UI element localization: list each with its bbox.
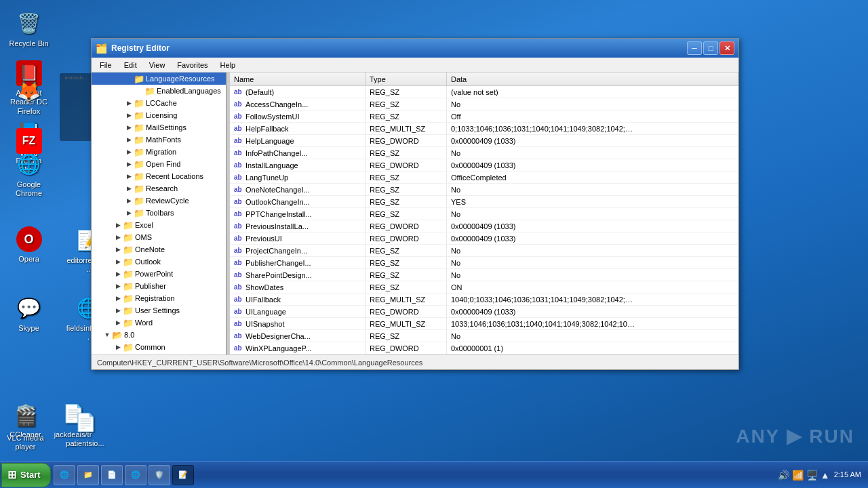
desktop-icon-opera[interactable]: O Opera [3,224,54,266]
table-row[interactable]: ab LangTuneUp REG_SZ OfficeCompleted [230,171,738,184]
tree-node-onenote2[interactable]: ▶ 📁 OneNote [92,353,226,354]
table-row[interactable]: ab OutlookChangeIn... REG_SZ YES [230,196,738,208]
tree-expand-publisher[interactable]: ▶ [113,281,123,291]
tree-node-registration[interactable]: ▶ 📁 Registration [92,292,226,304]
tray-arrow-icon[interactable]: ▲ [821,470,830,481]
tree-node-recentloc[interactable]: ▶ 📁 Recent Locations [92,170,226,182]
table-row[interactable]: ab HelpLanguage REG_DWORD 0x00000409 (10… [230,135,738,147]
tree-node-oms[interactable]: ▶ 📁 OMS [92,231,226,243]
table-row[interactable]: ab UILanguage REG_DWORD 0x00000409 (1033… [230,306,738,318]
desktop-icon-patients[interactable]: 📄 patientsio... [63,407,107,451]
start-button[interactable]: ⊞ Start [1,463,51,487]
tree-node-mathfonts[interactable]: ▶ 📁 MathFonts [92,134,226,146]
tree-expand-excel[interactable]: ▶ [113,220,123,230]
col-header-data[interactable]: Data [447,73,738,85]
taskbar-ie[interactable]: 🌐 [54,465,75,485]
desktop-icon-firefox[interactable]: 🦊 Firefox [3,75,54,119]
table-row[interactable]: ab UIFallback REG_MULTI_SZ 1040;0;1033;1… [230,293,738,306]
tree-expand-migration[interactable]: ▶ [124,147,134,157]
taskbar-app1[interactable]: 📄 [101,465,123,485]
tree-expand-outlook[interactable]: ▶ [113,257,123,266]
taskbar-chrome[interactable]: 🌐 [125,465,146,485]
table-row[interactable]: ab InfoPathChangeI... REG_SZ No [230,147,738,159]
maximize-button[interactable]: □ [703,41,718,55]
tree-expand-common[interactable]: ▶ [113,342,123,352]
tray-display-icon[interactable]: 🖥️ [806,470,818,481]
col-header-type[interactable]: Type [366,73,447,85]
tree-node-excel[interactable]: ▶ 📁 Excel [92,219,226,231]
tree-node-common[interactable]: ▶ 📁 Common [92,341,226,353]
table-rows[interactable]: ab (Default) REG_SZ (value not set) ab A… [230,86,738,354]
table-row[interactable]: ab HelpFallback REG_MULTI_SZ 0;1033;1046… [230,123,738,135]
close-button[interactable]: ✕ [719,41,734,55]
table-row[interactable]: ab FollowSystemUI REG_SZ Off [230,110,738,123]
tree-expand-lang-resources[interactable] [124,74,134,83]
tray-volume-icon[interactable]: 📶 [792,470,804,481]
tree-expand-mathfonts[interactable]: ▶ [124,135,134,144]
tree-node-lang-resources[interactable]: 📁 LanguageResources [92,73,226,85]
taskbar-security[interactable]: 🛡️ [149,465,170,485]
table-row[interactable]: ab PPTChangeInstall... REG_SZ No [230,208,738,220]
tree-node-enabled-langs[interactable]: 📁 EnabledLanguages [92,85,226,97]
tree-node-reviewcycle[interactable]: ▶ 📁 ReviewCycle [92,195,226,207]
registry-tree-panel[interactable]: 📁 LanguageResources 📁 EnabledLanguages ▶… [92,73,227,354]
tree-expand-word[interactable]: ▶ [113,318,123,327]
tree-node-lccache[interactable]: ▶ 📁 LCCache [92,97,226,109]
table-row[interactable]: ab (Default) REG_SZ (value not set) [230,86,738,98]
tree-node-migration[interactable]: ▶ 📁 Migration [92,146,226,158]
table-row[interactable]: ab SharePointDesign... REG_SZ No [230,269,738,281]
minimize-button[interactable]: ─ [687,41,702,55]
table-row[interactable]: ab PublisherChangeI... REG_SZ No [230,257,738,269]
col-header-name[interactable]: Name [230,73,366,85]
table-row[interactable]: ab ShowDates REG_SZ ON [230,281,738,293]
tree-node-licensing[interactable]: ▶ 📁 Licensing [92,109,226,121]
desktop-icon-recycle[interactable]: 🗑️ Recycle Bin [3,7,54,51]
tree-expand-reviewcycle[interactable]: ▶ [124,196,134,205]
table-row[interactable]: ab PreviousInstallLa... REG_DWORD 0x0000… [230,220,738,232]
desktop-icon-vlc[interactable]: 🎬 VLC media player [3,401,47,454]
tree-expand-research[interactable]: ▶ [124,184,134,193]
tree-expand-oms[interactable]: ▶ [113,232,123,242]
tree-expand-licensing[interactable]: ▶ [124,110,134,120]
tree-expand-registration[interactable]: ▶ [113,293,123,303]
tree-node-research[interactable]: ▶ 📁 Research [92,182,226,195]
tree-node-powerpoint[interactable]: ▶ 📁 PowerPoint [92,268,226,280]
tree-expand-8-0[interactable]: ▼ [102,330,112,340]
tree-node-outlook[interactable]: ▶ 📁 Outlook [92,256,226,268]
table-row[interactable]: ab WinXPLanguageP... REG_DWORD 0x0000000… [230,342,738,354]
tree-node-8-0[interactable]: ▼ 📂 8.0 [92,329,226,341]
menu-file[interactable]: File [94,60,117,70]
tree-expand-lccache[interactable]: ▶ [124,98,134,108]
tray-network-icon[interactable]: 🔊 [778,470,789,481]
tree-expand-recentloc[interactable]: ▶ [124,171,134,181]
tree-expand-mailsettings[interactable]: ▶ [124,123,134,132]
menu-edit[interactable]: Edit [119,60,142,70]
tree-node-onenote[interactable]: ▶ 📁 OneNote [92,243,226,256]
tree-node-publisher[interactable]: ▶ 📁 Publisher [92,280,226,292]
menu-favorites[interactable]: Favorites [172,60,213,70]
table-row[interactable]: ab OneNoteChangeI... REG_SZ No [230,184,738,196]
tree-expand-toolbars[interactable]: ▶ [124,208,134,218]
table-row[interactable]: ab WebDesignerCha... REG_SZ No [230,330,738,342]
taskbar-registry[interactable]: 📝 [172,465,194,485]
tree-expand-openfind[interactable]: ▶ [124,159,134,169]
tree-node-mailsettings[interactable]: ▶ 📁 MailSettings [92,121,226,134]
table-row[interactable]: ab ProjectChangeIn... REG_SZ No [230,245,738,257]
desktop-icon-skype[interactable]: 💬 Skype [3,291,54,336]
tree-node-openfind[interactable]: ▶ 📁 Open Find [92,158,226,170]
taskbar-folder[interactable]: 📁 [77,465,99,485]
tree-expand-usersettings[interactable]: ▶ [113,306,123,315]
table-row[interactable]: ab PreviousUI REG_DWORD 0x00000409 (1033… [230,232,738,245]
tree-node-toolbars[interactable]: ▶ 📁 Toolbars [92,207,226,219]
tree-expand-powerpoint[interactable]: ▶ [113,269,123,279]
table-row[interactable]: ab AccessChangeIn... REG_SZ No [230,98,738,110]
table-row[interactable]: ab UISnapshot REG_MULTI_SZ 1033;1046;103… [230,318,738,330]
tree-node-usersettings[interactable]: ▶ 📁 User Settings [92,304,226,317]
menu-view[interactable]: View [144,60,171,70]
tree-expand-onenote[interactable]: ▶ [113,245,123,254]
table-row[interactable]: ab InstallLanguage REG_DWORD 0x00000409 … [230,159,738,171]
menu-help[interactable]: Help [215,60,241,70]
desktop-icon-chrome[interactable]: 🌐 Google Chrome [3,148,54,201]
tree-expand-enabled-langs[interactable] [135,86,144,96]
tree-node-word[interactable]: ▶ 📁 Word [92,317,226,329]
